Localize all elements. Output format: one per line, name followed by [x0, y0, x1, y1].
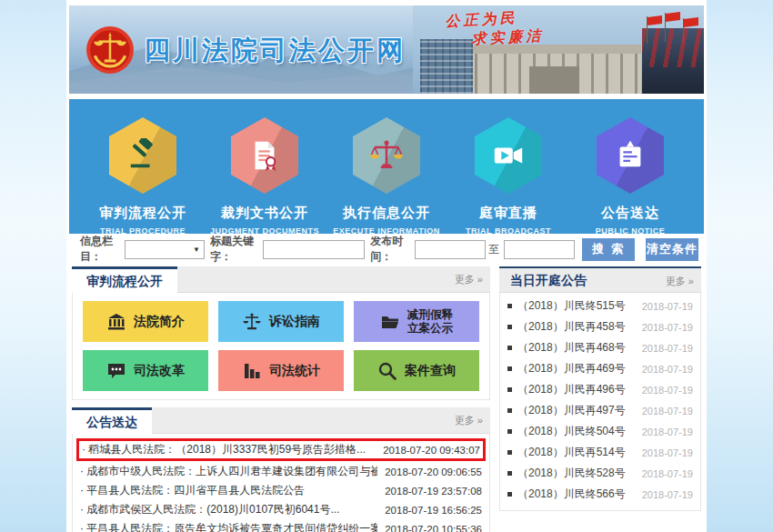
court-list-item[interactable]: （2018）川民终566号 2018-07-19 [507, 484, 693, 505]
court-list-item[interactable]: （2018）川民再458号 2018-07-19 [507, 316, 693, 337]
case-number: （2018）川民再458号 [517, 319, 642, 335]
gavel-icon [125, 138, 160, 173]
nav-label-zh: 庭审直播 [450, 205, 567, 222]
notice-list: 稻城县人民法院：（2018）川3337民初59号原告彭措格... 2018-07… [73, 434, 489, 532]
clear-conditions-button[interactable]: 清空条件 [646, 238, 698, 261]
nav-label-zh: 公告送达 [572, 205, 688, 222]
photo-entrance [529, 66, 579, 94]
case-number: （2018）川民再468号 [517, 340, 642, 356]
trial-panel-header: 审判流程公开 更多 » [72, 266, 490, 293]
hexagon-tile [109, 117, 176, 194]
court-list-item[interactable]: （2018）川民终504号 2018-07-19 [507, 421, 693, 442]
court-panel-title: 当日开庭公告 [510, 273, 587, 287]
folder-icon [380, 312, 400, 332]
slogan-line-2: 求实廉洁 [471, 26, 545, 49]
keyword-label: 标题关键字： [210, 234, 261, 265]
commutation-parole-button[interactable]: 减刑假释 立案公示 [354, 301, 479, 342]
date-label: 发布时间： [370, 234, 413, 265]
litigation-guide-button[interactable]: 诉讼指南 [218, 301, 344, 342]
case-number: （2018）川民再497号 [517, 403, 642, 418]
square-bullet-icon [507, 492, 512, 497]
square-bullet-icon [507, 366, 512, 371]
notice-list-item[interactable]: 成都市武侯区人民法院：(2018)川0107民初6041号... 2018-07… [80, 500, 482, 519]
date-from-input[interactable] [415, 240, 486, 259]
court-list-item[interactable]: （2018）川民再496号 2018-07-19 [507, 379, 693, 400]
search-button[interactable]: 搜 索 [582, 238, 635, 261]
case-number: （2018）川民终566号 [517, 487, 642, 502]
hexagon-tile [597, 117, 664, 194]
court-emblem-icon [85, 25, 135, 75]
court-intro-button[interactable]: 法院简介 [83, 301, 208, 342]
notice-list-item[interactable]: 平昌县人民法院：原告牟文均诉被告覃奇才民间借贷纠纷一案民事... 2018-07… [80, 519, 482, 532]
nav-label-zh: 审判流程公开 [85, 205, 201, 222]
case-date: 2018-07-19 [642, 343, 693, 354]
notice-list-item[interactable]: 平昌县人民法院：四川省平昌县人民法院公告 2018-07-19 23:57:08 [80, 481, 482, 500]
notice-more-link[interactable]: 更多 » [455, 407, 483, 434]
button-label: 案件查询 [405, 363, 456, 379]
court-list-item[interactable]: （2018）川民再514号 2018-07-19 [507, 442, 693, 463]
category-select[interactable]: ▼ [125, 240, 205, 259]
main-content: 审判流程公开 更多 » [69, 265, 704, 532]
judicial-reform-button[interactable]: 司法改革 [83, 350, 208, 391]
court-list-item[interactable]: （2018）川民终528号 2018-07-19 [507, 463, 693, 484]
notice-text: 稻城县人民法院：（2018）川3337民初59号原告彭措格... [82, 442, 376, 457]
magnifier-icon [377, 361, 397, 381]
scales-icon [368, 137, 405, 174]
site-banner: 四川法院司法公开网 公正为民 求实廉洁 [69, 5, 704, 94]
notice-list-item-highlighted[interactable]: 稻城县人民法院：（2018）川3337民初59号原告彭措格... 2018-07… [76, 438, 486, 461]
square-bullet-icon [507, 304, 512, 308]
main-nav-band: 审判流程公开 TRIAL PROCEDURE 裁判文书公开 JUDGMENT D… [69, 99, 704, 234]
case-number: （2018）川民再469号 [517, 361, 642, 376]
nav-item-judgment-documents[interactable]: 裁判文书公开 JUDGMENT DOCUMENTS [206, 117, 323, 234]
category-label: 信息栏目： [80, 234, 123, 265]
court-list-item[interactable]: （2018）川民终515号 2018-07-19 [507, 296, 693, 316]
nav-item-public-notice[interactable]: 公告送达 PUBLIC NOTICE [572, 117, 688, 234]
case-number: （2018）川民再514号 [517, 445, 642, 460]
notice-date: 2018-07-20 09:43:07 [383, 445, 480, 456]
right-column: 当日开庭公告 更多 » （2018）川民终515号 2018-07-19 （20… [499, 266, 701, 532]
case-date: 2018-07-19 [642, 427, 693, 437]
courthouse-photo: 公正为民 求实廉洁 [413, 5, 704, 94]
hexagon-tile [353, 117, 420, 194]
notice-panel-header: 公告送达 更多 » [72, 407, 490, 434]
case-date: 2018-07-19 [642, 447, 693, 458]
notice-text: 平昌县人民法院：原告牟文均诉被告覃奇才民间借贷纠纷一案民事... [80, 521, 377, 532]
nav-label-zh: 裁判文书公开 [206, 205, 323, 222]
case-date: 2018-07-19 [642, 406, 693, 417]
nav-item-trial-broadcast[interactable]: 庭审直播 TRIAL BROADCAST [450, 117, 567, 234]
notice-panel-body: 稻城县人民法院：（2018）川3337民初59号原告彭措格... 2018-07… [72, 434, 490, 532]
scales-icon [242, 312, 262, 332]
button-label: 司法改革 [134, 363, 185, 379]
keyword-input[interactable] [263, 240, 365, 259]
notice-list-item[interactable]: 成都市中级人民法院：上诉人四川君羊建设集团有限公司与被上诉... 2018-07… [80, 462, 482, 481]
date-to-input[interactable] [504, 240, 575, 259]
nav-item-execute-information[interactable]: 执行信息公开 EXECUTE INFORMATION [328, 117, 445, 234]
case-query-button[interactable]: 案件查询 [354, 350, 479, 391]
trial-button-grid: 法院简介 诉讼指南 [73, 293, 489, 399]
trial-panel-body: 法院简介 诉讼指南 [72, 293, 490, 400]
speech-bubble-icon [106, 361, 126, 381]
trial-procedure-panel: 审判流程公开 更多 » [72, 266, 490, 400]
court-list-item[interactable]: （2018）川民再469号 2018-07-19 [507, 358, 693, 379]
case-number: （2018）川民再496号 [517, 382, 642, 397]
court-session-panel: 当日开庭公告 更多 » （2018）川民终515号 2018-07-19 （20… [499, 266, 701, 511]
judicial-statistics-button[interactable]: 司法统计 [218, 350, 344, 391]
notice-text: 平昌县人民法院：四川省平昌县人民法院公告 [80, 483, 377, 498]
site-title: 四川法院司法公开网 [144, 33, 406, 69]
court-list-item[interactable]: （2018）川民再468号 2018-07-19 [507, 337, 693, 358]
square-bullet-icon [507, 450, 512, 455]
nav-item-trial-procedure[interactable]: 审判流程公开 TRIAL PROCEDURE [85, 117, 201, 234]
hexagon-tile [231, 117, 298, 194]
notice-text: 成都市中级人民法院：上诉人四川君羊建设集团有限公司与被上诉... [80, 464, 377, 479]
square-bullet-icon [507, 471, 512, 476]
courthouse-icon [106, 312, 126, 332]
case-number: （2018）川民终504号 [517, 424, 642, 439]
trial-more-link[interactable]: 更多 » [455, 266, 483, 293]
page-wrapper: 四川法院司法公开网 公正为民 求实廉洁 [66, 0, 707, 532]
notice-date: 2018-07-20 10:55:36 [385, 524, 482, 532]
video-camera-icon [491, 138, 526, 173]
court-list-item[interactable]: （2018）川民再497号 2018-07-19 [507, 400, 693, 421]
nav-label-en: PUBLIC NOTICE [572, 226, 688, 236]
court-more-link[interactable]: 更多 » [666, 268, 694, 295]
nav-label-zh: 执行信息公开 [328, 205, 445, 222]
